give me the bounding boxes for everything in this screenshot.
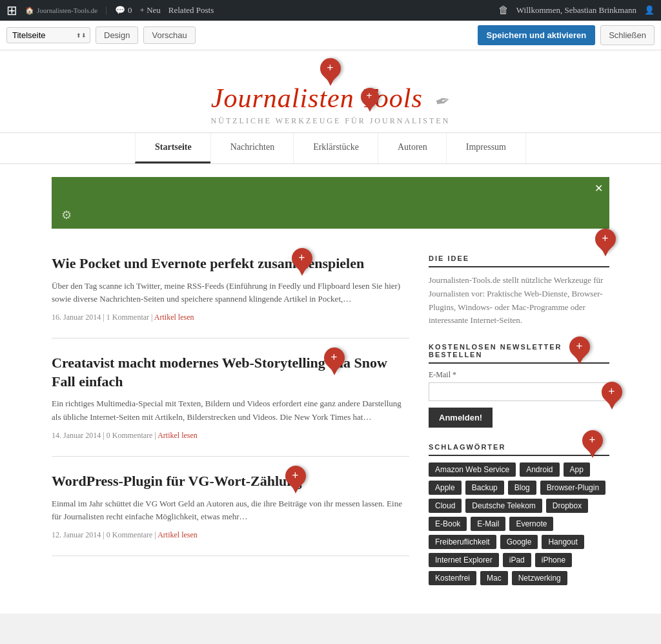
- comments-link[interactable]: 💬 0: [115, 5, 132, 16]
- nav-autoren[interactable]: Autoren: [378, 133, 447, 163]
- idea-heading: DIE IDEE: [429, 254, 609, 267]
- sidebar-idea-section: + DIE IDEE Journalisten-Tools.de stellt …: [429, 254, 609, 327]
- page-select-wrap[interactable]: Titelseite: [6, 27, 90, 43]
- map-pin-post3: +: [285, 466, 306, 493]
- post-comments: 0 Kommentare: [107, 530, 153, 539]
- comment-icon: 💬: [115, 5, 125, 16]
- admin-bar-right: 🗑 Willkommen, Sebastian Brinkmann 👤: [498, 5, 655, 16]
- admin-bar-site[interactable]: 🏠 Journalisten-Tools.de: [25, 6, 97, 15]
- site-description: NÜTZLICHE WERKZEUGE FÜR JOURNALISTEN: [13, 116, 648, 126]
- admin-bar: ⊞ 🏠 Journalisten-Tools.de | 💬 0 + Neu Re…: [0, 0, 661, 21]
- map-pin-sidebar1: +: [595, 229, 616, 256]
- tag-item[interactable]: Internet Explorer: [429, 553, 499, 567]
- tag-item[interactable]: Netzwerking: [512, 571, 567, 585]
- map-pin-top: +: [320, 58, 341, 86]
- email-label: E-Mail *: [429, 370, 609, 380]
- map-pin-sidebar3: +: [602, 382, 622, 410]
- post-meta: 12. Januar 2014 | 0 Kommentare | Artikel…: [52, 530, 409, 540]
- close-button[interactable]: Schließen: [600, 25, 655, 45]
- tag-item[interactable]: Deutsche Telekom: [465, 499, 542, 513]
- idea-text: Journalisten-Tools.de stellt nützliche W…: [429, 274, 609, 327]
- post-date: 12. Januar 2014: [52, 530, 101, 539]
- main-content: + Wie Pocket und Evernote perfekt zusamm…: [0, 242, 661, 614]
- post-item: + Creatavist macht modernes Web-Storytel…: [52, 354, 409, 457]
- post-excerpt: Ein richtiges Multimedia-Special mit Tex…: [52, 397, 409, 424]
- tag-item[interactable]: Mac: [480, 571, 508, 585]
- pen-icon: ✒: [432, 89, 453, 114]
- banner-gear-icon: ⚙: [61, 208, 72, 222]
- nav-startseite[interactable]: Startseite: [135, 133, 212, 163]
- home-icon: 🏠: [25, 6, 34, 15]
- related-posts-label: Related Posts: [168, 5, 214, 15]
- tag-item[interactable]: Amazon Web Service: [429, 462, 516, 477]
- trash-icon[interactable]: 🗑: [498, 5, 509, 16]
- site-title: Journalisten + Tools: [211, 83, 431, 113]
- map-pin-post1: +: [292, 248, 312, 276]
- site-navigation: Startseite Nachrichten Erklärstücke Auto…: [0, 132, 661, 164]
- vorschau-button[interactable]: Vorschau: [143, 26, 195, 44]
- tag-item[interactable]: E-Mail: [471, 517, 505, 531]
- post-excerpt: Einmal im Jahr schüttet die VG Wort Geld…: [52, 497, 409, 525]
- tag-item[interactable]: Hangout: [542, 535, 584, 549]
- tag-item[interactable]: Cloud: [429, 499, 462, 513]
- map-pin-post2: +: [324, 348, 345, 375]
- user-icon: 👤: [644, 5, 655, 16]
- tag-item[interactable]: Apple: [429, 481, 462, 495]
- green-banner: ✕ ⚙: [52, 177, 609, 229]
- tag-item[interactable]: Evernote: [509, 517, 553, 531]
- post-item: + Wie Pocket und Evernote perfekt zusamm…: [52, 254, 409, 338]
- nav-impressum[interactable]: Impressum: [446, 133, 526, 163]
- site-title-group: Journalisten + Tools ✒: [13, 83, 648, 114]
- nav-erklaerstuecke[interactable]: Erklärstücke: [293, 133, 379, 163]
- new-label: + Neu: [140, 5, 161, 16]
- save-button[interactable]: Speichern und aktivieren: [478, 25, 596, 45]
- post-date: 14. Januar 2014: [52, 431, 101, 440]
- banner-close-button[interactable]: ✕: [595, 182, 603, 194]
- design-button[interactable]: Design: [96, 26, 138, 44]
- sidebar-newsletter-section: + KOSTENLOSEN NEWSLETTER BESTELLEN E-Mai…: [429, 343, 609, 428]
- sidebar: + DIE IDEE Journalisten-Tools.de stellt …: [429, 254, 609, 601]
- post-title[interactable]: Wie Pocket und Evernote perfekt zusammen…: [52, 254, 409, 273]
- tag-item[interactable]: Android: [520, 462, 559, 477]
- post-excerpt: Über den Tag scanne ich Twitter, meine R…: [52, 280, 409, 307]
- tag-item[interactable]: Freiberuflichkeit: [429, 535, 496, 549]
- map-pin-tags: +: [582, 430, 603, 458]
- post-date: 16. Januar 2014: [52, 313, 101, 322]
- map-pin-sidebar2: +: [569, 337, 590, 364]
- subscribe-button[interactable]: Anmelden!: [429, 408, 493, 428]
- read-more-link[interactable]: Artikel lesen: [154, 313, 194, 322]
- post-item: + WordPress-Plugin für VG-Wort-Zählung E…: [52, 472, 409, 556]
- tags-container: Amazon Web ServiceAndroidAppAppleBackupB…: [429, 462, 609, 585]
- read-more-link[interactable]: Artikel lesen: [158, 431, 198, 440]
- nav-nachrichten[interactable]: Nachrichten: [210, 133, 294, 163]
- wordpress-icon: ⊞: [6, 3, 17, 18]
- comment-count: 0: [128, 5, 132, 16]
- post-comments: 0 Kommentare: [107, 431, 153, 440]
- read-more-link[interactable]: Artikel lesen: [158, 530, 198, 539]
- posts-column: + Wie Pocket und Evernote perfekt zusamm…: [52, 254, 409, 601]
- site-header: + Journalisten + Tools ✒ NÜTZLICHE WERKZ…: [0, 50, 661, 132]
- tag-item[interactable]: Browser-Plugin: [540, 481, 605, 495]
- post-title[interactable]: WordPress-Plugin für VG-Wort-Zählung: [52, 472, 409, 491]
- toolbar-actions: Speichern und aktivieren Schließen: [478, 25, 655, 45]
- page-select[interactable]: Titelseite: [6, 27, 90, 43]
- tag-item[interactable]: Kostenfrei: [429, 571, 476, 585]
- welcome-message: Willkommen, Sebastian Brinkmann: [516, 5, 636, 16]
- tag-item[interactable]: E-Book: [429, 517, 467, 531]
- toolbar: Titelseite Design Vorschau Speichern und…: [0, 21, 661, 50]
- site-url[interactable]: Journalisten-Tools.de: [37, 6, 97, 14]
- tag-item[interactable]: App: [564, 462, 590, 477]
- sidebar-tags-section: + SCHLAGWÖRTER Amazon Web ServiceAndroid…: [429, 443, 609, 585]
- tag-item[interactable]: Dropbox: [546, 499, 588, 513]
- new-menu[interactable]: + Neu: [140, 5, 161, 16]
- tag-item[interactable]: Blog: [508, 481, 536, 495]
- post-meta: 14. Januar 2014 | 0 Kommentare | Artikel…: [52, 431, 409, 441]
- tag-item[interactable]: iPhone: [535, 553, 572, 567]
- post-comments: 1 Kommentar: [107, 313, 149, 322]
- email-input[interactable]: [429, 382, 609, 401]
- tag-item[interactable]: Backup: [465, 481, 504, 495]
- tag-item[interactable]: iPad: [503, 553, 531, 567]
- post-title[interactable]: Creatavist macht modernes Web-Storytelli…: [52, 354, 409, 391]
- tag-item[interactable]: Google: [500, 535, 538, 549]
- related-posts-link[interactable]: Related Posts: [168, 5, 214, 16]
